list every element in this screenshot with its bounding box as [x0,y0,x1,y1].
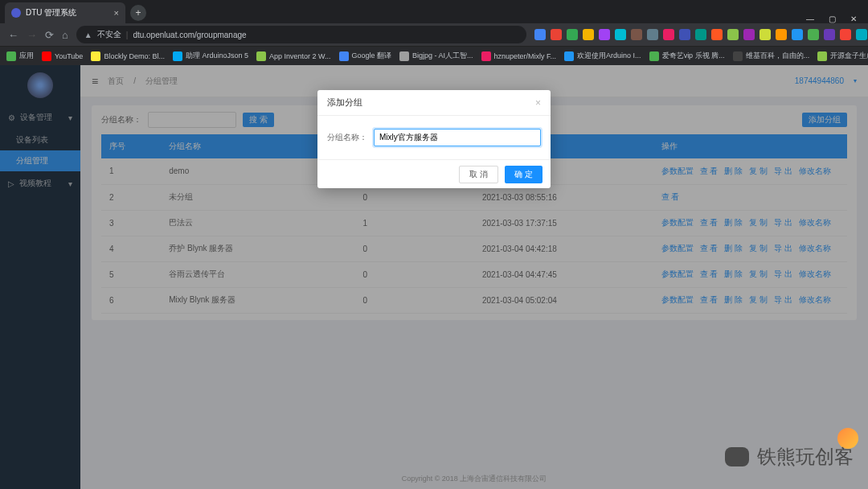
group-name-input[interactable] [374,129,541,146]
bookmark-item[interactable]: 维基百科，自由的... [733,51,810,61]
maximize-button[interactable]: ▢ [829,14,836,23]
close-tab-icon[interactable]: × [114,8,119,18]
wechat-icon [725,447,749,466]
tab-title: DTU 管理系统 [26,7,76,18]
extension-icon[interactable] [856,29,867,40]
favicon [11,8,21,18]
window-controls: — ▢ ✕ [806,10,868,23]
extension-icon[interactable] [727,29,739,40]
add-group-modal: 添加分组 × 分组名称： 取 消 确 定 [317,90,551,188]
browser-tab-strip: DTU 管理系统 × + — ▢ ✕ [0,0,868,23]
home-button[interactable]: ⌂ [62,29,68,41]
extension-icon[interactable] [551,29,562,40]
bookmarks-bar: 应用YouTubeBlockly Demo: Bl...助理 ArduinoJs… [0,46,868,65]
minimize-button[interactable]: — [806,14,814,23]
extension-icon[interactable] [583,29,594,40]
extension-icon[interactable] [824,29,835,40]
extension-icon[interactable] [808,29,819,40]
extension-icon[interactable] [840,29,851,40]
bookmark-item[interactable]: 助理 ArduinoJson 5 [173,51,248,61]
extension-icon[interactable] [743,29,755,40]
ok-button[interactable]: 确 定 [505,166,542,183]
bookmark-item[interactable]: 欢迎使用Arduino I... [564,51,641,61]
bookmark-item[interactable]: Google 翻译 [339,51,392,61]
back-button[interactable]: ← [8,29,18,41]
browser-tab[interactable]: DTU 管理系统 × [5,2,125,23]
modal-title: 添加分组 [327,97,362,109]
extension-icon[interactable] [695,29,706,40]
extension-icon[interactable] [567,29,578,40]
extension-icon[interactable] [631,29,642,40]
extension-icon[interactable] [792,29,803,40]
extension-icon[interactable] [663,29,674,40]
bookmark-item[interactable]: YouTube [42,51,83,61]
watermark: 铁熊玩创客 [725,444,854,470]
bookmark-item[interactable]: 爱奇艺vip 乐视 腾... [649,51,725,61]
new-tab-button[interactable]: + [130,5,146,21]
extension-icon[interactable] [679,29,690,40]
bookmark-item[interactable]: 开源盒子生成器 [817,51,868,61]
reload-button[interactable]: ⟳ [45,29,54,41]
forward-button: → [27,29,37,41]
extension-icon[interactable] [647,29,658,40]
bookmark-item[interactable]: Blockly Demo: Bl... [91,51,165,61]
bookmark-item[interactable]: hznupeter/Mixly F... [481,51,557,61]
extension-icon[interactable] [776,29,787,40]
security-text: 不安全 [97,29,121,40]
modal-close-icon[interactable]: × [535,97,541,109]
extension-icon[interactable] [599,29,610,40]
bookmark-item[interactable]: 应用 [6,51,34,61]
extension-icon[interactable] [760,29,771,40]
bookmark-item[interactable]: App Inventor 2 W... [256,51,331,61]
extensions-row [534,29,868,40]
url-text: dtu.openluat.com/groupmanage [133,31,246,39]
close-window-button[interactable]: ✕ [850,14,857,23]
extension-icon[interactable] [711,29,723,40]
address-bar[interactable]: ▲ 不安全 | dtu.openluat.com/groupmanage [76,26,526,43]
address-row: ← → ⟳ ⌂ ▲ 不安全 | dtu.openluat.com/groupma… [0,23,868,46]
modal-field-label: 分组名称： [327,132,367,143]
bookmark-item[interactable]: Bigjpg - AI人工智... [399,51,473,61]
extension-icon[interactable] [534,29,546,40]
security-warning-icon: ▲ [84,31,92,39]
cancel-button[interactable]: 取 消 [459,166,498,183]
extension-icon[interactable] [615,29,626,40]
